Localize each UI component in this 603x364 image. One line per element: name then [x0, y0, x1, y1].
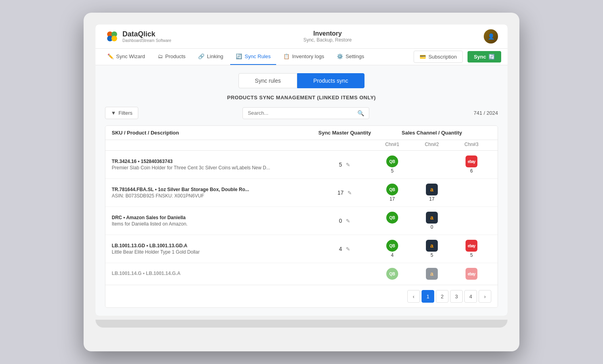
product-sku: LB.1001.13.GD • LB.1001.13.GD.A — [112, 243, 317, 248]
channels-cell: QB 17 a 17 — [372, 184, 491, 202]
product-desc: ASIN: B073SDB925 FNSKU: X001PN6VUF — [112, 193, 317, 199]
channel-ebay: ebay 6 — [452, 155, 491, 174]
next-page-button[interactable]: › — [479, 290, 491, 303]
channel-qb: QB 4 — [372, 240, 412, 258]
channel-qb: QB — [372, 268, 412, 280]
nav-products[interactable]: 🗂 Products — [152, 49, 191, 65]
nav-sync-rules[interactable]: 🔄 Sync Rules — [230, 49, 276, 65]
col-header-sku: SKU / Product / Description — [112, 130, 317, 136]
tab-sync-rules[interactable]: Sync rules — [239, 73, 297, 88]
channel-empty — [412, 155, 452, 174]
sub-tabs: Sync rules Products sync — [105, 73, 498, 88]
quickbooks-icon: QB — [386, 184, 398, 195]
channel-sub-header: Chn#1 Chn#2 Chn#3 — [105, 140, 498, 151]
app-name: DataQlick — [122, 30, 171, 38]
product-sku: TR.3424.16 • 152840363743 — [112, 159, 317, 164]
header-title: Inventory — [303, 30, 352, 37]
nav-settings[interactable]: ⚙️ Settings — [331, 49, 370, 65]
chn3-label: Chn#3 — [452, 142, 491, 147]
edit-icon[interactable]: ✎ — [346, 246, 350, 252]
filter-icon: ▼ — [111, 110, 116, 116]
search-icon: 🔍 — [357, 110, 364, 116]
nav-linking[interactable]: 🔗 Linking — [193, 49, 229, 65]
product-desc: Items for Daniella listed on Amazon. — [112, 221, 317, 227]
app-header: DataQlick DashboardStream Software Inven… — [95, 25, 508, 49]
product-desc: Premier Slab Coin Holder for Three Cent … — [112, 165, 317, 171]
product-desc: Little Bear Elite Holder Type 1 Gold Dol… — [112, 249, 317, 255]
channels-cell: QB a ebay — [372, 268, 491, 280]
sync-button[interactable]: Sync 🔄 — [468, 51, 501, 63]
subscription-button[interactable]: 💳 Subscription — [414, 51, 463, 63]
chn2-label: Chn#2 — [412, 142, 452, 147]
channel-qb: QB 5 — [372, 155, 412, 174]
qty-value: 4 — [339, 246, 342, 252]
table-row: TR.781644.FBA.SL • 1oz Silver Bar Storag… — [105, 179, 498, 207]
quickbooks-icon: QB — [386, 155, 398, 167]
channels-cell: QB a 0 — [372, 212, 491, 230]
page-3-button[interactable]: 3 — [450, 290, 463, 303]
prev-page-button[interactable]: ‹ — [407, 290, 420, 303]
amazon-icon: a — [426, 240, 438, 252]
logo-icon — [105, 29, 119, 44]
quickbooks-icon: QB — [386, 240, 398, 252]
qty-value: 5 — [339, 161, 342, 168]
ebay-icon: ebay — [466, 240, 477, 252]
edit-icon[interactable]: ✎ — [346, 218, 350, 224]
channel-amazon: a 0 — [412, 212, 452, 230]
header-center: Inventory Sync, Backup, Restore — [303, 30, 352, 43]
edit-icon[interactable]: ✎ — [346, 162, 350, 168]
svg-point-3 — [111, 36, 117, 41]
table-row: LB.1001.14.G • LB.1001.14.G.A QB a — [105, 263, 498, 285]
linking-icon: 🔗 — [198, 53, 204, 59]
col-header-sales: Sales Channel / Quantity — [372, 130, 491, 136]
channel-qb: QB — [372, 212, 412, 230]
page-4-button[interactable]: 4 — [464, 290, 477, 303]
tab-products-sync[interactable]: Products sync — [297, 73, 364, 88]
edit-icon[interactable]: ✎ — [347, 190, 352, 196]
quickbooks-icon: QB — [386, 212, 398, 224]
products-icon: 🗂 — [158, 53, 163, 59]
product-sku: DRC • Amazon Sales for Daniella — [112, 215, 317, 220]
main-content: Sync rules Products sync PRODUCTS SYNC M… — [95, 65, 508, 316]
chn1-label: Chn#1 — [372, 142, 412, 147]
page-1-button[interactable]: 1 — [422, 290, 434, 303]
channel-amazon: a 5 — [412, 240, 452, 258]
channel-ebay: ebay — [452, 268, 491, 280]
channel-ebay: ebay 5 — [452, 240, 491, 258]
toolbar: ▼ Filters 🔍 741 / 2024 — [105, 107, 498, 119]
page-2-button[interactable]: 2 — [436, 290, 448, 303]
search-box[interactable]: 🔍 — [242, 107, 369, 119]
channels-cell: QB 5 ebay 6 — [372, 155, 491, 174]
table-row: DRC • Amazon Sales for Daniella Items fo… — [105, 207, 498, 235]
channel-empty — [452, 184, 491, 202]
products-table: SKU / Product / Description Sync Master … — [105, 125, 498, 308]
search-input[interactable] — [248, 110, 357, 116]
qty-value: 17 — [338, 190, 344, 196]
inventory-logs-icon: 📋 — [283, 53, 290, 59]
channel-qb: QB 17 — [372, 184, 412, 202]
table-header-row: SKU / Product / Description Sync Master … — [105, 126, 498, 140]
logo: DataQlick DashboardStream Software — [105, 29, 171, 44]
settings-icon: ⚙️ — [337, 53, 343, 59]
nav-sync-wizard[interactable]: ✏️ Sync Wizard — [102, 49, 151, 65]
qty-value: 0 — [339, 218, 342, 224]
nav-inventory-logs[interactable]: 📋 Inventory logs — [278, 49, 330, 65]
table-row: TR.3424.16 • 152840363743 Premier Slab C… — [105, 151, 498, 179]
page-title: PRODUCTS SYNC MANAGEMENT (LINKED ITEMS O… — [105, 95, 498, 100]
sync-spin-icon: 🔄 — [489, 54, 495, 60]
app-sub: DashboardStream Software — [122, 38, 171, 43]
filter-button[interactable]: ▼ Filters — [105, 107, 138, 119]
sync-wizard-icon: ✏️ — [107, 53, 114, 59]
avatar[interactable]: 👤 — [484, 29, 498, 44]
ebay-icon: ebay — [466, 268, 477, 280]
channels-cell: QB 4 a 5 ebay 5 — [372, 240, 491, 258]
product-sku: LB.1001.14.G • LB.1001.14.G.A — [112, 271, 317, 276]
pagination: ‹ 1 2 3 4 › — [105, 285, 498, 307]
header-subtitle: Sync, Backup, Restore — [303, 37, 352, 43]
channel-amazon: a — [412, 268, 452, 280]
quickbooks-icon: QB — [386, 268, 398, 280]
col-header-sync: Sync Master Quantity — [317, 130, 372, 136]
subscription-icon: 💳 — [420, 54, 426, 60]
ebay-icon: ebay — [466, 155, 477, 167]
amazon-icon: a — [426, 184, 438, 195]
